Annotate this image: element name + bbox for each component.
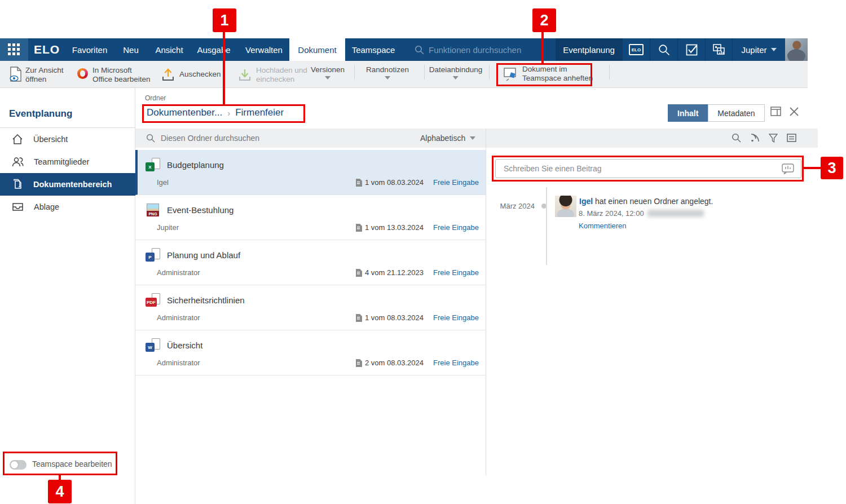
user-menu[interactable]: Jupiter (733, 38, 785, 61)
documents-icon (12, 179, 23, 190)
file-row-budgetplanung[interactable]: X Budgetplanung Igel 1 vom 08.03.2024 Fr… (135, 150, 486, 195)
margin-notes-dropdown[interactable]: Randnotizen (366, 65, 409, 79)
versions-dropdown[interactable]: Versionen (311, 65, 345, 79)
filter-icon[interactable] (769, 134, 778, 143)
edit-in-office-button[interactable]: In Microsoft Office bearbeiten (77, 66, 151, 84)
function-search-input[interactable] (429, 45, 541, 55)
edit-in-office-label-2: Office bearbeiten (92, 75, 151, 84)
menu-verwalten[interactable]: Verwalten (240, 38, 288, 61)
open-view-button[interactable]: Zur Ansicht öffnen (9, 66, 64, 84)
chevron-down-icon (453, 76, 459, 79)
sidebar-item-ablage[interactable]: Ablage (0, 196, 135, 218)
folder-search-input[interactable] (161, 134, 347, 143)
tab-metadaten[interactable]: Metadaten (708, 104, 764, 122)
elo-archive-button[interactable]: ELO (622, 38, 650, 61)
callout-marker-3: 3 (821, 157, 843, 179)
teamspace-title: Eventplanung (9, 108, 72, 120)
post-author-avatar[interactable] (555, 196, 576, 217)
rss-feed-icon[interactable] (750, 133, 760, 143)
sidebar-item-label: Dokumentenbereich (33, 180, 112, 189)
upload-checkin-label-2: einchecken (256, 75, 307, 84)
callout-line-1 (223, 32, 225, 105)
menu-neu[interactable]: Neu (117, 38, 144, 61)
app-grid-button[interactable] (0, 38, 28, 61)
metadata-form-link[interactable]: Freie Eingabe (433, 268, 479, 277)
tasks-button[interactable] (677, 38, 705, 61)
sidebar-item-teammitglieder[interactable]: Teammitglieder (0, 151, 135, 173)
chevron-down-icon (470, 136, 475, 140)
file-owner: Administrator (157, 313, 200, 322)
desktop-documents-icon (712, 43, 726, 56)
folder-type-label: Ordner (145, 94, 166, 102)
callout-box-1 (142, 104, 305, 123)
teamspace-sidebar: Eventplanung Übersicht Teammitglieder Do… (0, 88, 135, 504)
desktop-button[interactable] (705, 38, 733, 61)
version-doc-icon (356, 359, 362, 367)
open-view-label-1: Zur Ansicht (25, 66, 64, 75)
menu-favoriten[interactable]: Favoriten (67, 38, 113, 61)
ribbon-separator (354, 65, 355, 79)
sidebar-item-dokumentenbereich[interactable]: Dokumentenbereich (0, 173, 135, 196)
sidebar-item-label: Übersicht (33, 135, 68, 144)
file-version: 1 vom 08.03.2024 (356, 313, 424, 322)
callout-line-3 (804, 167, 821, 169)
close-icon[interactable] (790, 107, 799, 116)
sidebar-item-label: Teammitglieder (34, 157, 89, 166)
callout-marker-1: 1 (213, 8, 236, 32)
sort-label: Alphabetisch (420, 134, 465, 143)
version-doc-icon (356, 314, 362, 322)
callout-box-2 (496, 63, 592, 86)
metadata-form-link[interactable]: Freie Eingabe (433, 178, 479, 187)
workspace-eventplanung[interactable]: Eventplanung (556, 38, 622, 61)
menu-ansicht[interactable]: Ansicht (149, 38, 188, 61)
sidebar-item-uebersicht[interactable]: Übersicht (0, 128, 135, 151)
sidebar-item-label: Ablage (34, 202, 59, 211)
file-row-uebersicht[interactable]: W Übersicht Administrator 2 vom 08.03.20… (135, 330, 486, 375)
excel-file-icon: X (146, 158, 160, 173)
file-version: 2 vom 08.03.2024 (356, 359, 424, 367)
file-row-sicherheitsrichtlinien[interactable]: PDF Sicherheitsrichtlinien Administrator… (135, 285, 486, 330)
file-version: 4 vom 21.12.2023 (356, 268, 424, 277)
upload-checkin-label-1: Hochladen und (256, 66, 307, 75)
file-link-dropdown[interactable]: Dateianbindung (429, 65, 483, 79)
upload-arrow-icon (237, 67, 252, 82)
presentation-file-icon: P (146, 248, 160, 263)
layout-panel-icon[interactable] (770, 107, 781, 116)
menu-teamspace[interactable]: Teamspace (346, 38, 401, 61)
menu-dokument-active[interactable]: Dokument (289, 38, 345, 61)
function-search[interactable] (415, 38, 541, 61)
margin-notes-label: Randnotizen (366, 65, 409, 74)
file-name: Planung und Ablauf (167, 250, 240, 260)
chevron-down-icon (771, 48, 777, 51)
file-name: Übersicht (167, 341, 202, 350)
file-row-event-bestuhlung[interactable]: PNG Event-Bestuhlung Jupiter 1 vom 13.03… (135, 195, 486, 240)
pdf-file-icon: PDF (146, 293, 160, 308)
global-search-button[interactable] (650, 38, 677, 61)
metadata-form-link[interactable]: Freie Eingabe (433, 223, 479, 232)
check-out-button[interactable]: Auschecken (161, 66, 221, 79)
file-row-planung-und-ablauf[interactable]: P Planung und Ablauf Administrator 4 vom… (135, 240, 486, 285)
user-avatar[interactable] (785, 38, 808, 61)
inbox-tray-icon (12, 201, 24, 213)
metadata-form-link[interactable]: Freie Eingabe (433, 359, 479, 367)
feed-entry-timestamp: 8. März 2024, 12:00 (579, 209, 704, 218)
check-out-arrow-icon (161, 67, 175, 82)
list-view-icon[interactable] (787, 134, 796, 142)
chevron-down-icon (385, 76, 390, 79)
file-owner: Administrator (157, 268, 200, 277)
home-icon (12, 134, 23, 145)
comment-link[interactable]: Kommentieren (579, 222, 627, 230)
tab-inhalt[interactable]: Inhalt (668, 104, 708, 122)
version-doc-icon (356, 269, 362, 277)
file-name: Budgetplanung (167, 160, 224, 170)
panel-divider (486, 129, 486, 475)
search-icon (146, 134, 155, 143)
metadata-form-link[interactable]: Freie Eingabe (433, 313, 479, 322)
feed-entry-author[interactable]: Igel (579, 197, 593, 206)
panel-controls (770, 107, 799, 116)
grid-icon (8, 43, 20, 56)
feed-entry-text: Igel hat einen neuen Ordner angelegt. (579, 197, 713, 206)
feed-search-icon[interactable] (732, 133, 741, 143)
menu-ausgabe[interactable]: Ausgabe (191, 38, 236, 61)
sort-dropdown[interactable]: Alphabetisch (420, 129, 475, 148)
